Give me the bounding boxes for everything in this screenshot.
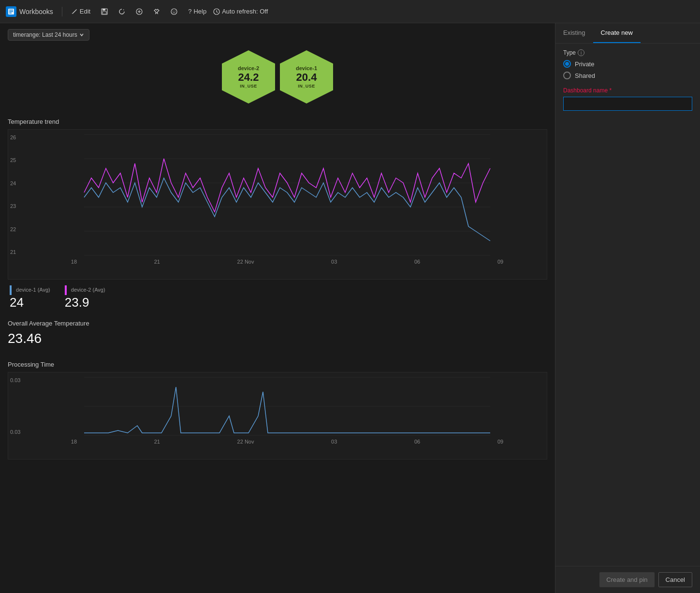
temp-chart-title: Temperature trend (8, 118, 547, 125)
proc-title: Processing Time (8, 361, 547, 368)
temp-trend-section: Temperature trend 26 25 24 23 22 21 (8, 118, 547, 310)
hex-device2: device-2 24.2 IN_USE (222, 50, 275, 104)
edit-button[interactable]: Edit (67, 6, 94, 17)
temp-x-labels: 18 21 22 Nov 03 06 09 (32, 259, 542, 265)
proc-section: Processing Time 0.03 0.03 18 21 (8, 361, 547, 460)
svg-rect-1 (9, 10, 13, 11)
radio-shared-label: Shared (575, 72, 595, 79)
temp-y-labels: 26 25 24 23 22 21 (10, 134, 16, 255)
svg-point-12 (173, 11, 174, 12)
dashboard-name-input[interactable] (563, 97, 692, 111)
radio-private-label: Private (575, 60, 594, 68)
filter-bar: timerange: Last 24 hours (8, 29, 547, 41)
radio-shared-circle (563, 72, 571, 79)
type-label: Type i (563, 49, 692, 56)
timerange-filter[interactable]: timerange: Last 24 hours (8, 29, 89, 41)
svg-point-13 (175, 11, 175, 12)
overall-value: 23.46 (8, 331, 547, 346)
overall-title: Overall Average Temperature (8, 320, 547, 327)
temp-legend: device-1 (Avg) 24 device-2 (Avg) 23.9 (8, 285, 547, 310)
svg-rect-5 (102, 9, 105, 11)
refresh-button[interactable] (115, 6, 129, 17)
panel-content: Type i Private Shared Dashboard name * (555, 44, 700, 566)
svg-rect-2 (9, 11, 13, 12)
tab-create-new[interactable]: Create new (593, 23, 641, 43)
workbooks-icon (6, 6, 16, 17)
dashboard-name-label: Dashboard name * (563, 87, 692, 94)
overall-section: Overall Average Temperature 23.46 (8, 320, 547, 346)
cancel-button[interactable]: Cancel (658, 572, 692, 587)
proc-x-labels: 18 21 22 Nov 03 06 09 (32, 439, 542, 445)
svg-rect-6 (102, 12, 106, 14)
hex-tile-0: device-2 24.2 IN_USE (222, 50, 275, 104)
proc-chart-svg (32, 377, 542, 435)
svg-marker-7 (123, 9, 124, 10)
temp-chart-wrapper: 26 25 24 23 22 21 (8, 129, 547, 280)
add-button[interactable] (132, 6, 146, 17)
proc-y-labels: 0.03 0.03 (10, 377, 20, 435)
hex-row: device-2 24.2 IN_USE device-1 20.4 IN_US… (8, 50, 547, 104)
panel-tabs: Existing Create new (555, 23, 700, 44)
legend-device1: device-1 (Avg) 24 (10, 285, 50, 310)
save-button[interactable] (97, 6, 112, 17)
right-panel: Existing Create new Type i Private Share… (555, 23, 700, 593)
topbar: Workbooks Edit ? Help Auto refresh: Off (0, 0, 700, 23)
radio-group: Private Shared (563, 60, 692, 79)
temp-chart-svg (32, 134, 542, 255)
type-info-icon: i (578, 49, 584, 56)
content-area: timerange: Last 24 hours device-2 24.2 I… (0, 23, 555, 593)
radio-shared[interactable]: Shared (563, 72, 692, 79)
radio-private-circle (563, 60, 571, 68)
svg-rect-3 (9, 13, 12, 14)
proc-chart-wrapper: 0.03 0.03 18 21 22 Nov 03 06 (8, 372, 547, 460)
main-layout: timerange: Last 24 hours device-2 24.2 I… (0, 23, 700, 593)
hex-tile-1: device-1 20.4 IN_USE (280, 50, 333, 104)
help-button[interactable]: ? Help (184, 6, 210, 17)
svg-point-11 (171, 9, 177, 15)
panel-footer: Create and pin Cancel (555, 566, 700, 593)
app-title: Workbooks (19, 8, 53, 15)
separator (62, 7, 62, 16)
radio-private[interactable]: Private (563, 60, 692, 68)
hex-device1: device-1 20.4 IN_USE (280, 50, 333, 104)
auto-refresh-status: Auto refresh: Off (213, 8, 268, 15)
pin-button[interactable] (149, 6, 164, 17)
create-and-pin-button[interactable]: Create and pin (599, 572, 654, 587)
emoji-button[interactable] (167, 6, 181, 17)
legend-device2: device-2 (Avg) 23.9 (65, 285, 105, 310)
tab-existing[interactable]: Existing (555, 23, 593, 43)
